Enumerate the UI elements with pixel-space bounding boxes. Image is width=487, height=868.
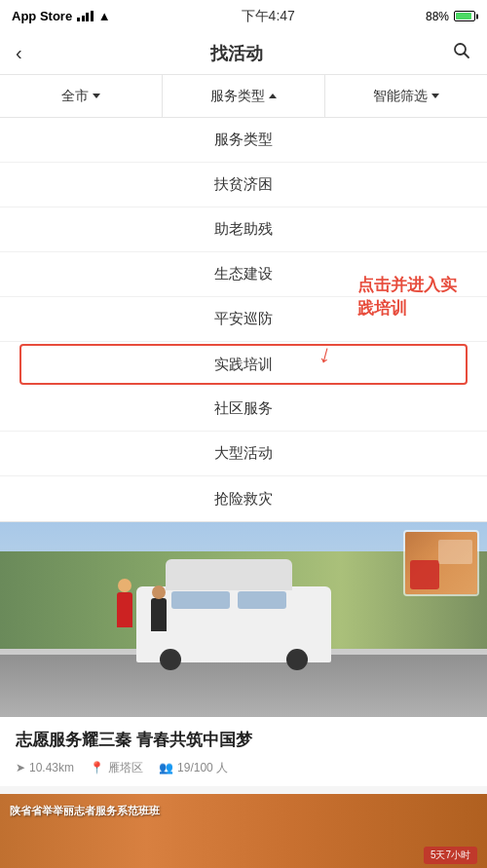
activity-image-2: 陕省省举举丽志者服务系范班班 5天7小时 xyxy=(0,794,487,868)
dropdown-wrapper: 服务类型 扶贫济困 助老助残 生态建设 平安巡防 实践培训 社区服务 大型活动 … xyxy=(0,118,487,522)
status-right: 88% xyxy=(426,10,475,23)
activity-card-1[interactable]: 志愿服务耀三秦 青春共筑中国梦 ➤ 10.43km 📍 雁塔区 👥 19/100… xyxy=(0,522,487,786)
status-left: App Store ▲ xyxy=(12,9,111,23)
dropdown-item-rescue[interactable]: 抢险救灾 xyxy=(0,476,487,521)
person-icon: 👥 xyxy=(159,761,173,774)
filter-smart-label: 智能筛选 xyxy=(373,88,428,105)
filter-service-type-arrow-icon xyxy=(269,94,277,98)
dropdown-item-patrol[interactable]: 平安巡防 xyxy=(0,297,487,342)
filter-smart-arrow-icon xyxy=(431,94,439,98)
activity-meta-1: ➤ 10.43km 📍 雁塔区 👥 19/100 人 xyxy=(16,760,471,776)
dropdown-item-poverty[interactable]: 扶贫济困 xyxy=(0,163,487,208)
dropdown-item-community[interactable]: 社区服务 xyxy=(0,387,487,432)
status-bar: App Store ▲ 下午4:47 88% xyxy=(0,0,487,32)
filter-city-arrow-icon xyxy=(93,94,100,98)
card2-badge: 5天7小时 xyxy=(424,847,477,864)
activity-info-1: 志愿服务耀三秦 青春共筑中国梦 ➤ 10.43km 📍 雁塔区 👥 19/100… xyxy=(0,717,487,786)
activity-location: 📍 雁塔区 xyxy=(90,760,143,776)
activity-distance-value: 10.43km xyxy=(29,761,74,774)
filter-bar: 全市 服务类型 智能筛选 xyxy=(0,75,487,118)
filter-city[interactable]: 全市 xyxy=(0,75,163,117)
navigation-icon: ➤ xyxy=(16,761,25,774)
filter-city-label: 全市 xyxy=(61,88,89,105)
battery-icon xyxy=(454,11,475,21)
wifi-icon: ▲ xyxy=(98,9,111,23)
activity-participants: 👥 19/100 人 xyxy=(159,760,228,776)
activity-title-1: 志愿服务耀三秦 青春共筑中国梦 xyxy=(16,729,471,752)
battery-percent: 88% xyxy=(426,10,449,23)
dropdown-item-elderly[interactable]: 助老助残 xyxy=(0,208,487,252)
dropdown-item-ecology[interactable]: 生态建设 xyxy=(0,252,487,297)
content-area: 志愿服务耀三秦 青春共筑中国梦 ➤ 10.43km 📍 雁塔区 👥 19/100… xyxy=(0,522,487,868)
filter-smart[interactable]: 智能筛选 xyxy=(325,75,487,117)
activity-participants-value: 19/100 人 xyxy=(177,760,228,776)
card2-banner-text: 陕省省举举丽志者服务系范班班 xyxy=(10,804,160,818)
dropdown-item-large-event[interactable]: 大型活动 xyxy=(0,432,487,476)
dropdown-item-service-type[interactable]: 服务类型 xyxy=(0,118,487,163)
activity-location-value: 雁塔区 xyxy=(108,760,143,776)
location-icon: 📍 xyxy=(90,761,104,774)
filter-service-type[interactable]: 服务类型 xyxy=(163,75,325,117)
status-time: 下午4:47 xyxy=(242,8,295,25)
page-title: 找活动 xyxy=(210,42,263,65)
search-icon[interactable] xyxy=(452,41,471,65)
nav-bar: ‹ 找活动 xyxy=(0,32,487,75)
app-store-label: App Store xyxy=(12,9,72,23)
activity-image-1 xyxy=(0,522,487,717)
filter-service-type-label: 服务类型 xyxy=(210,88,265,105)
activity-card-2[interactable]: 陕省省举举丽志者服务系范班班 5天7小时 xyxy=(0,794,487,868)
activity-distance: ➤ 10.43km xyxy=(16,761,74,774)
back-button[interactable]: ‹ xyxy=(16,42,22,64)
svg-line-1 xyxy=(464,54,468,58)
dropdown-item-training[interactable]: 实践培训 xyxy=(19,344,468,385)
signal-icon xyxy=(77,11,94,21)
dropdown-menu: 服务类型 扶贫济困 助老助残 生态建设 平安巡防 实践培训 社区服务 大型活动 … xyxy=(0,118,487,522)
